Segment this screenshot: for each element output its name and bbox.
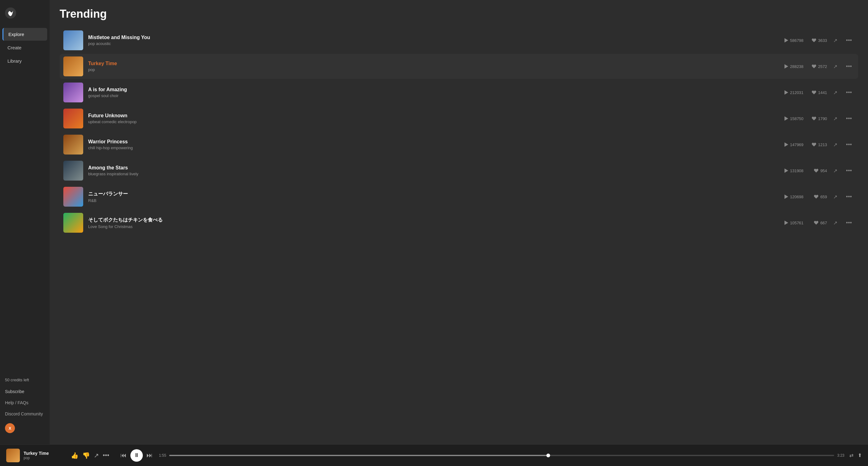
song-share-icon[interactable]: ↗ — [832, 167, 838, 175]
total-time: 3:23 — [837, 453, 844, 458]
song-genre: pop — [88, 67, 771, 72]
song-actions: 158750 1790 ↗ ••• — [775, 114, 854, 123]
song-thumbnail — [63, 30, 83, 50]
subscribe-button[interactable]: Subscribe — [0, 386, 50, 397]
song-share-icon[interactable]: ↗ — [832, 36, 838, 45]
song-genre: R&B — [88, 198, 771, 203]
song-row[interactable]: Turkey Time pop 288238 2572 ↗ ••• — [60, 54, 858, 79]
song-like-button[interactable]: 1790 — [808, 116, 827, 121]
next-button[interactable]: ⏭ — [147, 452, 153, 459]
song-like-button[interactable]: 1441 — [808, 90, 827, 95]
song-like-button[interactable]: 667 — [808, 221, 827, 225]
main-content: Trending Mistletoe and Missing You pop a… — [50, 0, 868, 444]
sidebar-item-create[interactable]: Create — [2, 41, 47, 54]
song-thumbnail — [63, 57, 83, 76]
dislike-button[interactable]: 👎 — [82, 452, 90, 459]
player-info: Turkey Time pop — [24, 451, 61, 460]
song-play-button[interactable]: 131908 — [775, 168, 803, 173]
like-count: 954 — [820, 168, 827, 173]
song-thumbnail — [63, 213, 83, 233]
help-link[interactable]: Help / FAQs — [0, 397, 50, 408]
song-share-icon[interactable]: ↗ — [832, 140, 838, 149]
song-info: Warrior Princess chill hip-hop empowerin… — [83, 139, 775, 150]
song-more-button[interactable]: ••• — [843, 62, 854, 71]
song-play-button[interactable]: 120698 — [775, 195, 803, 199]
song-play-button[interactable]: 288238 — [775, 64, 803, 69]
song-row[interactable]: Future Unknown upbeat comedic electropop… — [60, 106, 858, 131]
like-count: 1441 — [818, 90, 827, 95]
song-like-button[interactable]: 3633 — [808, 38, 827, 43]
more-options-button[interactable]: ••• — [103, 452, 109, 459]
player-genre: pop — [24, 456, 61, 460]
svg-marker-7 — [784, 195, 788, 199]
user-avatar[interactable]: X — [5, 423, 15, 433]
player-bar: Turkey Time pop 👍 👎 ↗ ••• ⏮ ⏸ ⏭ 1:55 3:2… — [0, 444, 868, 466]
song-more-button[interactable]: ••• — [843, 192, 854, 201]
song-share-icon[interactable]: ↗ — [832, 114, 838, 123]
song-more-button[interactable]: ••• — [843, 166, 854, 175]
player-controls: ⏮ ⏸ ⏭ — [120, 449, 153, 462]
song-row[interactable]: A is for Amazing gospel soul choir 21203… — [60, 80, 858, 105]
song-share-icon[interactable]: ↗ — [832, 89, 838, 97]
song-row[interactable]: そしてボクたちはチキンを食べる Love Song for Christmas … — [60, 210, 858, 235]
song-play-button[interactable]: 158750 — [775, 116, 803, 121]
prev-button[interactable]: ⏮ — [120, 452, 127, 459]
song-share-icon[interactable]: ↗ — [832, 193, 838, 201]
song-more-button[interactable]: ••• — [843, 114, 854, 123]
song-like-button[interactable]: 1213 — [808, 142, 827, 147]
song-row[interactable]: Warrior Princess chill hip-hop empowerin… — [60, 132, 858, 157]
play-count: 288238 — [790, 64, 803, 69]
song-play-button[interactable]: 147969 — [775, 142, 803, 147]
discord-link[interactable]: Discord Community — [0, 408, 50, 420]
svg-marker-2 — [784, 64, 788, 69]
song-title: そしてボクたちはチキンを食べる — [88, 217, 771, 223]
song-more-button[interactable]: ••• — [843, 219, 854, 227]
song-play-button[interactable]: 212031 — [775, 90, 803, 95]
song-actions: 120698 659 ↗ ••• — [775, 192, 854, 201]
song-thumbnail — [63, 82, 83, 102]
app-logo[interactable] — [0, 5, 50, 27]
share-button[interactable]: ↗ — [94, 452, 99, 459]
sidebar-item-explore[interactable]: Explore — [2, 28, 47, 41]
song-genre: chill hip-hop empowering — [88, 145, 771, 150]
song-play-button[interactable]: 105761 — [775, 221, 803, 225]
song-like-button[interactable]: 954 — [808, 168, 827, 173]
song-info: A is for Amazing gospel soul choir — [83, 87, 775, 98]
song-more-button[interactable]: ••• — [843, 88, 854, 97]
song-share-icon[interactable]: ↗ — [832, 62, 838, 71]
player-title: Turkey Time — [24, 451, 61, 456]
play-count: 212031 — [790, 90, 803, 95]
play-pause-button[interactable]: ⏸ — [130, 449, 143, 462]
play-count: 120698 — [790, 195, 803, 199]
song-row[interactable]: Mistletoe and Missing You pop acoustic 5… — [60, 28, 858, 53]
song-title: Future Unknown — [88, 113, 771, 119]
progress-fill — [169, 455, 548, 456]
song-row[interactable]: Among the Stars bluegrass inspirational … — [60, 158, 858, 183]
song-play-button[interactable]: 586798 — [775, 38, 803, 43]
song-list: Mistletoe and Missing You pop acoustic 5… — [60, 28, 858, 235]
player-right-controls: ⇄ ⬆ — [849, 452, 862, 458]
song-more-button[interactable]: ••• — [843, 36, 854, 45]
svg-marker-4 — [784, 116, 788, 121]
song-actions: 105761 667 ↗ ••• — [775, 219, 854, 227]
like-button[interactable]: 👍 — [71, 452, 79, 459]
like-count: 1213 — [818, 142, 827, 147]
song-more-button[interactable]: ••• — [843, 140, 854, 149]
song-title: A is for Amazing — [88, 87, 771, 93]
song-like-button[interactable]: 659 — [808, 195, 827, 199]
current-time: 1:55 — [159, 453, 166, 458]
like-count: 3633 — [818, 38, 827, 43]
sidebar-item-library[interactable]: Library — [2, 55, 47, 67]
like-count: 659 — [820, 195, 827, 199]
song-row[interactable]: ニューバランサー R&B 120698 659 ↗ ••• — [60, 184, 858, 209]
song-share-icon[interactable]: ↗ — [832, 219, 838, 227]
shuffle-button[interactable]: ⇄ — [849, 452, 854, 458]
song-genre: Love Song for Christmas — [88, 224, 771, 229]
add-to-library-button[interactable]: ⬆ — [858, 452, 862, 458]
song-actions: 288238 2572 ↗ ••• — [775, 62, 854, 71]
player-thumbnail — [6, 448, 20, 462]
progress-bar[interactable] — [169, 455, 834, 456]
song-info: Turkey Time pop — [83, 61, 775, 72]
song-like-button[interactable]: 2572 — [808, 64, 827, 69]
svg-marker-1 — [784, 38, 788, 42]
